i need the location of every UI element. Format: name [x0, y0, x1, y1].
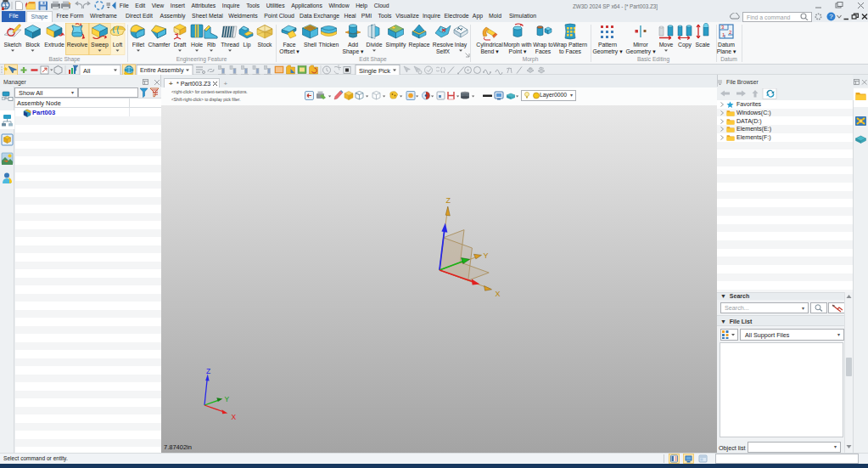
svg-text:Faces: Faces: [535, 48, 552, 54]
svg-text:Shell: Shell: [304, 42, 317, 48]
svg-text:Chamfer: Chamfer: [148, 42, 171, 48]
svg-text:Engineering Feature: Engineering Feature: [176, 56, 227, 63]
svg-text:X: X: [496, 290, 501, 298]
svg-text:Rib: Rib: [207, 42, 216, 48]
svg-text:Inlay: Inlay: [455, 42, 468, 48]
svg-text:Replace: Replace: [409, 42, 430, 48]
svg-text:Plane ▾: Plane ▾: [717, 48, 736, 54]
svg-text:Point ▾: Point ▾: [509, 48, 527, 54]
svg-text:Simplify: Simplify: [386, 42, 406, 48]
svg-text:Sweep: Sweep: [91, 42, 109, 48]
svg-text:Stock: Stock: [258, 42, 273, 48]
svg-text:Entire Assembly: Entire Assembly: [140, 66, 184, 74]
svg-text:?: ?: [829, 13, 833, 20]
svg-text:Copy: Copy: [678, 42, 692, 48]
svg-text:Single Pick: Single Pick: [359, 66, 390, 74]
svg-text:Edit Shape: Edit Shape: [359, 56, 387, 63]
svg-text:Datum: Datum: [718, 42, 735, 48]
svg-text:Sketch: Sketch: [4, 42, 22, 48]
svg-text:Revolve: Revolve: [67, 42, 88, 48]
svg-text:Morph with: Morph with: [503, 42, 531, 48]
svg-text:Shape ▾: Shape ▾: [343, 48, 365, 55]
svg-text:Add: Add: [348, 42, 358, 48]
svg-text:Move: Move: [659, 42, 674, 48]
svg-text:to Faces: to Faces: [559, 48, 582, 54]
svg-text:Morph: Morph: [523, 56, 539, 63]
svg-text:Geometry ▾: Geometry ▾: [592, 48, 623, 55]
svg-text:Extrude: Extrude: [44, 42, 64, 48]
svg-text:Hole: Hole: [191, 42, 203, 48]
svg-text:Offset ▾: Offset ▾: [279, 48, 300, 54]
svg-text:Z: Z: [446, 196, 451, 205]
svg-text:Basic Shape: Basic Shape: [48, 56, 80, 63]
svg-text:Y: Y: [484, 251, 489, 260]
svg-text:Thicken: Thicken: [319, 42, 339, 48]
svg-text:Bend ▾: Bend ▾: [480, 48, 499, 54]
svg-text:X: X: [232, 413, 237, 421]
svg-text:Pattern: Pattern: [598, 42, 617, 48]
svg-text:Cylindrical: Cylindrical: [476, 42, 503, 48]
svg-text:Draft: Draft: [174, 42, 187, 48]
svg-text:Z: Z: [206, 367, 210, 375]
svg-text:Scale: Scale: [695, 42, 709, 48]
svg-text:Y: Y: [225, 395, 230, 403]
svg-text:Mirror: Mirror: [633, 42, 648, 48]
svg-text:Fillet: Fillet: [132, 42, 144, 48]
svg-text:Datum: Datum: [720, 56, 737, 62]
svg-text:Wrap to: Wrap to: [533, 42, 553, 48]
svg-text:Basic Editing: Basic Editing: [637, 56, 669, 63]
svg-text:Thread: Thread: [221, 42, 239, 48]
svg-text:SelfX: SelfX: [436, 48, 451, 54]
svg-text:Wrap Pattern: Wrap Pattern: [553, 42, 587, 48]
svg-text:All: All: [83, 66, 91, 74]
svg-text:Loft: Loft: [113, 42, 122, 48]
svg-text:Geometry ▾: Geometry ▾: [625, 48, 656, 55]
svg-text:Face: Face: [283, 42, 295, 48]
svg-text:Resolve: Resolve: [433, 42, 454, 48]
svg-text:Lip: Lip: [243, 42, 250, 48]
svg-text:Divide: Divide: [367, 42, 383, 48]
svg-text:Block: Block: [25, 42, 40, 48]
